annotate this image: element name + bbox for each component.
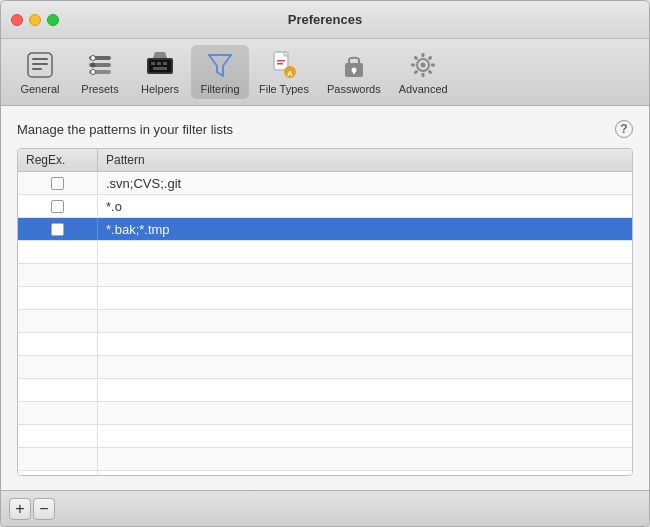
regex-checkbox[interactable] [51, 223, 64, 236]
help-button[interactable]: ? [615, 120, 633, 138]
titlebar: Preferences [1, 1, 649, 39]
pattern-cell [98, 241, 632, 263]
table-row[interactable] [18, 356, 632, 379]
svg-rect-15 [153, 67, 167, 70]
table-row[interactable] [18, 310, 632, 333]
filtering-icon [204, 49, 236, 81]
svg-rect-31 [422, 53, 425, 57]
table-header: RegEx. Pattern [18, 149, 632, 172]
regex-cell[interactable] [18, 333, 98, 355]
header-pattern: Pattern [98, 149, 632, 171]
table-row[interactable] [18, 241, 632, 264]
add-button[interactable]: + [9, 498, 31, 520]
pattern-cell [98, 402, 632, 424]
svg-rect-37 [411, 64, 415, 67]
pattern-cell [98, 310, 632, 332]
window-title: Preferences [288, 12, 362, 27]
passwords-label: Passwords [327, 83, 381, 95]
regex-cell[interactable] [18, 448, 98, 470]
table-row[interactable] [18, 264, 632, 287]
pattern-cell [98, 379, 632, 401]
svg-rect-38 [414, 55, 419, 60]
remove-button[interactable]: − [33, 498, 55, 520]
svg-rect-22 [277, 60, 285, 62]
helpers-icon [144, 49, 176, 81]
table-body[interactable]: .svn;CVS;.git*.o*.bak;*.tmp [18, 172, 632, 475]
main-content: Manage the patterns in your filter lists… [1, 106, 649, 490]
svg-rect-12 [151, 62, 155, 65]
regex-cell[interactable] [18, 218, 98, 240]
toolbar-item-passwords[interactable]: Passwords [319, 45, 389, 99]
svg-rect-28 [353, 70, 355, 74]
bottom-toolbar: + − [1, 490, 649, 526]
regex-cell[interactable] [18, 264, 98, 286]
general-icon [24, 49, 56, 81]
regex-cell[interactable] [18, 287, 98, 309]
svg-point-7 [91, 63, 96, 68]
svg-marker-16 [153, 52, 167, 58]
pattern-cell [98, 333, 632, 355]
advanced-icon [407, 49, 439, 81]
regex-checkbox[interactable] [51, 200, 64, 213]
svg-rect-11 [149, 60, 171, 72]
regex-cell[interactable] [18, 310, 98, 332]
table-row[interactable]: *.o [18, 195, 632, 218]
table-row[interactable] [18, 425, 632, 448]
close-button[interactable] [11, 14, 23, 26]
svg-rect-3 [32, 68, 42, 70]
regex-cell[interactable] [18, 425, 98, 447]
presets-label: Presets [81, 83, 118, 95]
regex-cell[interactable] [18, 195, 98, 217]
svg-rect-36 [414, 70, 419, 75]
filter-table: RegEx. Pattern .svn;CVS;.git*.o*.bak;*.t… [17, 148, 633, 476]
toolbar-item-filtering[interactable]: Filtering [191, 45, 249, 99]
svg-rect-23 [277, 63, 283, 65]
pattern-cell [98, 287, 632, 309]
svg-rect-1 [32, 58, 48, 60]
table-row[interactable] [18, 471, 632, 475]
pattern-cell [98, 471, 632, 475]
svg-rect-35 [422, 73, 425, 77]
toolbar-item-presets[interactable]: Presets [71, 45, 129, 99]
regex-cell[interactable] [18, 356, 98, 378]
toolbar-item-file-types[interactable]: A File Types [251, 45, 317, 99]
table-row[interactable] [18, 402, 632, 425]
section-title: Manage the patterns in your filter lists [17, 122, 233, 137]
regex-cell[interactable] [18, 379, 98, 401]
table-row[interactable] [18, 379, 632, 402]
maximize-button[interactable] [47, 14, 59, 26]
table-row[interactable]: *.bak;*.tmp [18, 218, 632, 241]
regex-cell[interactable] [18, 471, 98, 475]
regex-cell[interactable] [18, 241, 98, 263]
minimize-button[interactable] [29, 14, 41, 26]
presets-icon [84, 49, 116, 81]
general-label: General [20, 83, 59, 95]
toolbar-item-helpers[interactable]: Helpers [131, 45, 189, 99]
table-row[interactable] [18, 448, 632, 471]
header-regex: RegEx. [18, 149, 98, 171]
svg-rect-34 [428, 70, 433, 75]
table-row[interactable] [18, 333, 632, 356]
regex-cell[interactable] [18, 402, 98, 424]
pattern-cell [98, 356, 632, 378]
regex-checkbox[interactable] [51, 177, 64, 190]
table-row[interactable] [18, 287, 632, 310]
pattern-cell: .svn;CVS;.git [98, 172, 632, 194]
svg-rect-32 [428, 55, 433, 60]
toolbar-item-general[interactable]: General [11, 45, 69, 99]
svg-point-9 [91, 70, 96, 75]
svg-rect-14 [163, 62, 167, 65]
toolbar: General Presets [1, 39, 649, 106]
section-header: Manage the patterns in your filter lists… [17, 120, 633, 138]
regex-cell[interactable] [18, 172, 98, 194]
toolbar-item-advanced[interactable]: Advanced [391, 45, 456, 99]
table-row[interactable]: .svn;CVS;.git [18, 172, 632, 195]
svg-rect-33 [431, 64, 435, 67]
pattern-cell [98, 264, 632, 286]
svg-rect-13 [157, 62, 161, 65]
svg-point-6 [91, 56, 96, 61]
svg-marker-17 [209, 55, 231, 76]
preferences-window: Preferences General [0, 0, 650, 527]
passwords-icon [338, 49, 370, 81]
pattern-cell: *.bak;*.tmp [98, 218, 632, 240]
